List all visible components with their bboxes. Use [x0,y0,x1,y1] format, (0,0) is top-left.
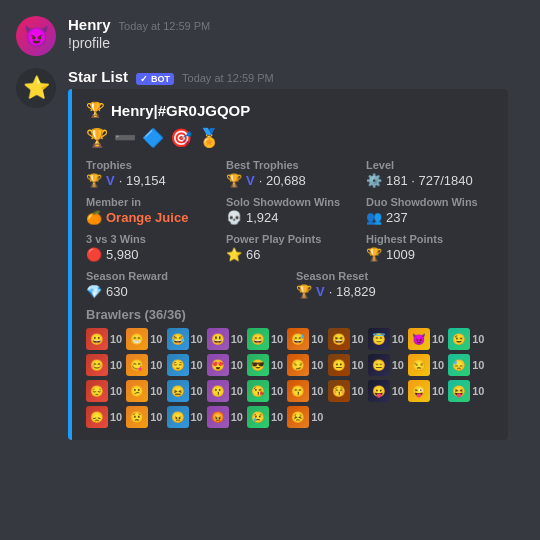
badge-row: 🏆 ➖ 🔷 🎯 🏅 [86,127,494,149]
brawler-icon: 😋 [126,354,148,376]
field-member-value: 🍊 Orange Juice [86,210,214,225]
3v3-icon: 🔴 [86,247,102,262]
trophy-number: · 19,154 [119,173,166,188]
field-solo-label: Solo Showdown Wins [226,196,354,208]
3v3-number: 5,980 [106,247,139,262]
brawler-item: 😢10 [247,406,283,428]
brawler-score: 10 [150,411,162,423]
bot-tag: ✓ BOT [136,73,174,85]
brawler-icon: 😡 [207,406,229,428]
brawler-score: 10 [191,359,203,371]
brawler-item: 😄10 [247,328,283,350]
brawler-item: 😊10 [86,354,122,376]
brawler-icon: 😌 [167,354,189,376]
brawler-score: 10 [432,333,444,345]
brawler-icon: 😗 [207,380,229,402]
brawler-icon: 😔 [86,380,108,402]
field-highest-points-label: Highest Points [366,233,494,245]
brawler-icon: 😅 [287,328,309,350]
fields-row-2: Member in 🍊 Orange Juice Solo Showdown W… [86,196,494,225]
field-power-play: Power Play Points ⭐ 66 [226,233,354,262]
badge-trophy-icon: 🏆 [86,127,108,149]
brawler-score: 10 [271,333,283,345]
field-level: Level ⚙️ 181 · 727/1840 [366,159,494,188]
brawler-icon: 😀 [86,328,108,350]
brawler-item: 😝10 [448,380,484,402]
brawler-item: 😐10 [328,354,364,376]
brawler-item: 😓10 [448,354,484,376]
brawler-score: 10 [432,385,444,397]
brawler-score: 10 [472,385,484,397]
brawler-icon: 😢 [247,406,269,428]
brawler-item: 😌10 [167,354,203,376]
brawlers-grid: 😀10😁10😂10😃10😄10😅10😆10😇10😈10😉10😊10😋10😌10😍… [86,328,494,428]
field-duo-label: Duo Showdown Wins [366,196,494,208]
field-trophies-value: 🏆 V · 19,154 [86,173,214,188]
brawler-icon: 😟 [126,406,148,428]
field-solo-value: 💀 1,924 [226,210,354,225]
brawler-score: 10 [191,333,203,345]
duo-number: 237 [386,210,408,225]
bot-avatar: ⭐ [16,68,56,108]
brawler-score: 10 [110,385,122,397]
field-member-label: Member in [86,196,214,208]
brawler-icon: 😈 [408,328,430,350]
bot-message: ⭐ Star List ✓ BOT Today at 12:59 PM 🏆 He… [16,68,524,440]
brawler-score: 10 [231,359,243,371]
brawler-item: 😙10 [287,380,323,402]
best-trophy-number: · 20,688 [259,173,306,188]
henry-timestamp: Today at 12:59 PM [119,20,211,32]
fields-row-3: 3 vs 3 Wins 🔴 5,980 Power Play Points ⭐ … [86,233,494,262]
brawler-score: 10 [150,359,162,371]
brawler-item: 😔10 [86,380,122,402]
brawler-score: 10 [311,333,323,345]
henry-avatar: 😈 [16,16,56,56]
henry-message-content: Henry Today at 12:59 PM !profile [68,16,524,51]
brawler-score: 10 [311,385,323,397]
field-3v3-value: 🔴 5,980 [86,247,214,262]
solo-icon: 💀 [226,210,242,225]
brawler-score: 10 [271,359,283,371]
brawler-score: 10 [150,333,162,345]
season-reset-number: · 18,829 [329,284,376,299]
henry-username: Henry [68,16,111,33]
bot-checkmark-icon: ✓ [140,74,148,84]
brawler-icon: 😜 [408,380,430,402]
brawler-score: 10 [191,385,203,397]
message-group: 😈 Henry Today at 12:59 PM !profile ⭐ Sta… [16,16,524,440]
brawler-item: 😞10 [86,406,122,428]
brawler-icon: 😍 [207,354,229,376]
brawler-icon: 😏 [287,354,309,376]
brawler-score: 10 [271,411,283,423]
field-duo-value: 👥 237 [366,210,494,225]
brawler-item: 😅10 [287,328,323,350]
brawler-icon: 😓 [448,354,470,376]
brawler-score: 10 [231,333,243,345]
brawler-icon: 😠 [167,406,189,428]
brawler-item: 😘10 [247,380,283,402]
brawler-item: 😁10 [126,328,162,350]
trophy-prefix: V [106,173,115,188]
brawler-score: 10 [311,411,323,423]
member-icon: 🍊 [86,210,102,225]
field-member-in: Member in 🍊 Orange Juice [86,196,214,225]
brawler-icon: 😐 [328,354,350,376]
brawler-item: 😏10 [287,354,323,376]
brawler-score: 10 [110,333,122,345]
season-row: Season Reward 💎 630 Season Reset 🏆 V · 1… [86,270,494,299]
field-level-value: ⚙️ 181 · 727/1840 [366,173,494,188]
brawler-score: 10 [392,359,404,371]
brawler-item: 😎10 [247,354,283,376]
brawler-score: 10 [352,385,364,397]
brawler-item: 😡10 [207,406,243,428]
field-best-trophies-value: 🏆 V · 20,688 [226,173,354,188]
brawler-score: 10 [352,359,364,371]
highest-points-number: 1009 [386,247,415,262]
season-reward-number: 630 [106,284,128,299]
field-season-reward: Season Reward 💎 630 [86,270,284,299]
level-icon: ⚙️ [366,173,382,188]
brawler-item: 😃10 [207,328,243,350]
brawler-icon: 😙 [287,380,309,402]
profile-embed: 🏆 Henry|#GR0JGQOP 🏆 ➖ 🔷 🎯 🏅 Trophies [68,89,508,440]
field-highest-points-value: 🏆 1009 [366,247,494,262]
